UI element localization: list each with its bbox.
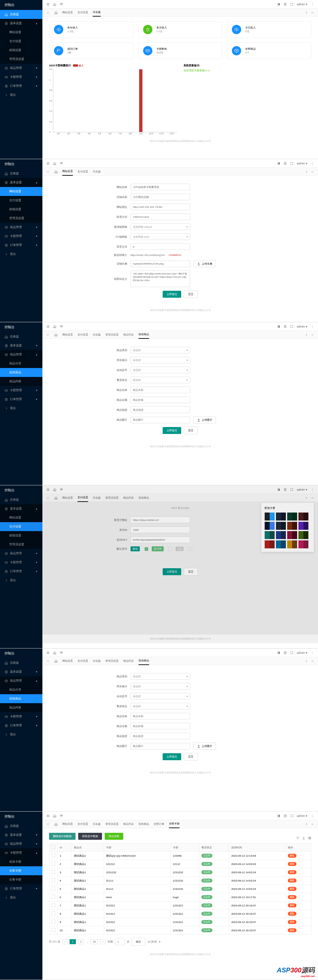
nav-logout[interactable]: 退出 [0, 250, 43, 259]
theme-icon[interactable] [277, 488, 280, 491]
theme-icon[interactable] [277, 814, 280, 818]
upload-img-button[interactable]: 上传图片 [193, 743, 216, 749]
status-select[interactable]: 请选择▾ [131, 703, 190, 710]
note-icon[interactable] [283, 488, 287, 491]
nav-goods[interactable]: 商品管理▼ [0, 549, 43, 558]
home-icon[interactable] [53, 162, 56, 165]
refresh-icon[interactable] [60, 651, 63, 654]
theme-swatch[interactable] [265, 522, 275, 530]
more-icon[interactable] [311, 651, 314, 654]
refresh-icon[interactable] [60, 814, 63, 818]
refresh-icon[interactable] [60, 325, 63, 328]
refresh-left-icon[interactable] [53, 3, 56, 6]
delete-button[interactable]: 删除 [288, 904, 296, 907]
nav-card[interactable]: 卡密管理▲ [0, 848, 43, 858]
fullscreen-icon[interactable] [290, 814, 293, 818]
shop-name-input[interactable] [131, 194, 190, 200]
site-url-input[interactable] [131, 204, 190, 210]
submit-button[interactable]: 立即提交 [163, 568, 181, 575]
user-menu[interactable]: admin ▾ [297, 814, 307, 818]
nav-add-card[interactable]: 添加卡密 [0, 858, 43, 866]
delete-button[interactable]: 删除 [288, 854, 296, 858]
nav-card[interactable]: 卡密管理▼ [0, 712, 43, 721]
row-checkbox[interactable] [51, 895, 55, 899]
wechat-checkbox[interactable]: ✓ [144, 547, 149, 551]
tab-down-icon[interactable] [311, 170, 314, 173]
nav-add-goods[interactable]: 添加商品 [0, 694, 43, 703]
menu-icon[interactable] [46, 162, 50, 165]
category-select[interactable]: 请选择▾ [131, 347, 190, 353]
page-28[interactable]: 28 [90, 939, 98, 944]
home-icon[interactable] [53, 814, 56, 818]
stock-select[interactable]: 请选择▾ [131, 357, 190, 363]
menu-icon[interactable] [46, 488, 50, 491]
theme-swatch[interactable] [265, 540, 275, 548]
home-icon[interactable] [53, 651, 56, 654]
theme-swatch[interactable] [299, 512, 309, 520]
goods-name-input[interactable] [131, 387, 190, 393]
tab-dashboard[interactable]: 仪表盘 [93, 168, 101, 175]
reset-button[interactable]: 重置 [184, 427, 198, 434]
theme-swatch[interactable] [287, 522, 297, 530]
nav-basic[interactable]: 基本设置▼ [0, 341, 43, 350]
tab-dashboard[interactable]: 仪表盘 [93, 8, 101, 17]
export-all-button[interactable]: 导出全部 [105, 833, 123, 840]
delete-button[interactable]: 删除 [288, 887, 296, 891]
theme-swatch[interactable] [265, 531, 275, 539]
goods-name-input[interactable] [131, 713, 190, 719]
user-menu[interactable]: admin ▾ [297, 3, 307, 6]
more-icon[interactable] [311, 814, 314, 818]
tab-down-icon[interactable] [311, 11, 314, 14]
goods-price-input[interactable] [131, 723, 190, 729]
fullscreen-icon[interactable] [290, 488, 293, 491]
tab-home-icon[interactable] [54, 170, 58, 173]
qq-checkbox[interactable] [188, 547, 192, 551]
nav-goods[interactable]: 商品管理▼ [0, 223, 43, 232]
theme-swatch[interactable] [287, 531, 297, 539]
nav-order[interactable]: 订单管理▼ [0, 884, 43, 893]
nav-mail[interactable]: 邮箱设置 [0, 531, 43, 540]
nav-dashboard[interactable]: 仪表盘 [0, 659, 43, 667]
page-1[interactable]: 1 [70, 939, 76, 944]
fullscreen-icon[interactable] [290, 651, 293, 654]
note-icon[interactable] [283, 325, 287, 328]
pc-tpl-select[interactable]: 当前模板:blue▾ [131, 233, 190, 240]
row-checkbox[interactable] [51, 912, 55, 915]
delete-button[interactable]: 删除 [288, 870, 296, 874]
nav-dashboard[interactable]: 仪表盘 [0, 332, 43, 341]
tab-home-icon[interactable] [54, 11, 58, 14]
upload-avatar-button[interactable]: 上传头像 [193, 260, 216, 267]
goto-page-input[interactable] [115, 939, 125, 945]
note-icon[interactable] [283, 814, 287, 818]
mobile-tpl-select[interactable]: 当前模板:default▾ [131, 223, 190, 230]
menu-icon[interactable] [46, 325, 50, 328]
tab-left-icon[interactable] [46, 170, 50, 173]
refresh-icon[interactable] [60, 3, 63, 6]
delete-button[interactable]: 删除 [288, 928, 296, 932]
theme-swatch[interactable] [299, 531, 309, 539]
note-icon[interactable] [283, 3, 287, 6]
row-checkbox[interactable] [51, 870, 55, 874]
stock-select[interactable]: 请选择▾ [131, 683, 190, 690]
theme-icon[interactable] [277, 325, 280, 328]
goods-img-input[interactable] [131, 743, 190, 749]
nav-goods[interactable]: 商品管理▼ [0, 64, 43, 73]
theme-swatch[interactable] [276, 531, 286, 539]
tab-site[interactable]: 网站设置 [62, 9, 73, 16]
reset-button[interactable]: 重置 [184, 290, 198, 298]
export-icon[interactable] [302, 837, 305, 840]
nav-order[interactable]: 订单管理▼ [0, 241, 43, 250]
delete-button[interactable]: 删除 [288, 878, 296, 883]
fullscreen-icon[interactable] [290, 162, 293, 165]
more-icon[interactable] [311, 162, 314, 165]
menu-icon[interactable] [46, 814, 50, 818]
nav-goods[interactable]: 商品管理▲ [0, 350, 43, 359]
nav-site[interactable]: 网站设置 [0, 28, 43, 37]
nav-goods-cat[interactable]: 商品分类 [0, 685, 43, 694]
nav-dashboard[interactable]: 仪表盘 [0, 10, 43, 19]
site-name-input[interactable] [131, 184, 190, 190]
menu-icon[interactable] [46, 3, 50, 6]
menu-icon[interactable] [46, 651, 50, 654]
nav-goods-cat[interactable]: 商品分类 [0, 359, 43, 368]
contact-input[interactable] [131, 213, 190, 220]
